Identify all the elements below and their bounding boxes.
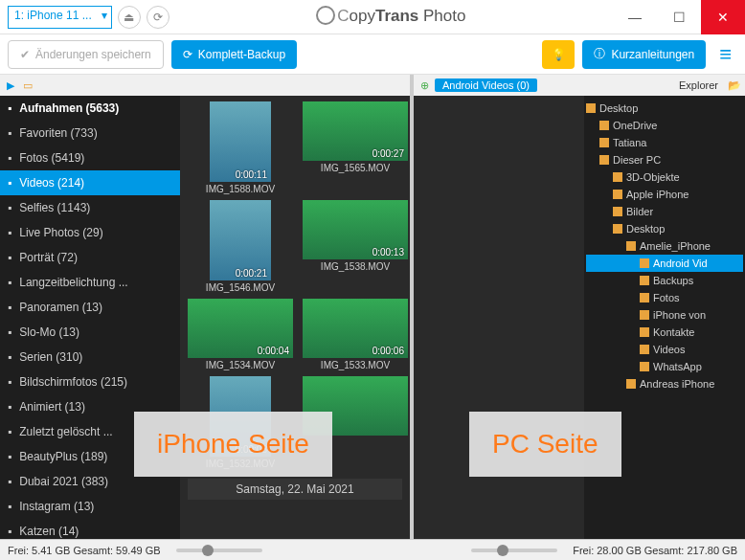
folder-icon bbox=[586, 103, 596, 113]
sidebar-item[interactable]: ▪BeautyPlus (189) bbox=[0, 444, 180, 469]
minimize-button[interactable]: — bbox=[613, 0, 657, 34]
right-tabstrip: ⊕ Android Videos (0) Explorer 📂 bbox=[414, 75, 745, 96]
backup-icon: ⟳ bbox=[183, 48, 192, 61]
tree-node[interactable]: iPhone von bbox=[586, 306, 743, 324]
tree-node[interactable]: OneDrive bbox=[586, 117, 743, 134]
tree-label: Amelie_iPhone bbox=[640, 240, 711, 252]
device-selector[interactable]: 1: iPhone 11 ... bbox=[8, 6, 112, 29]
tree-node[interactable]: Videos bbox=[586, 341, 743, 358]
sidebar-item[interactable]: ▪Katzen (14) bbox=[0, 519, 180, 539]
menu-button[interactable]: ≡ bbox=[713, 42, 737, 67]
tree-node[interactable]: Fotos bbox=[586, 289, 743, 306]
sidebar-item[interactable]: ▪Fotos (5419) bbox=[0, 146, 180, 170]
tree-node[interactable]: Kontakte bbox=[586, 324, 743, 341]
thumbnail-filename: IMG_1565.MOV bbox=[303, 163, 408, 173]
video-thumbnail[interactable]: 0:00:06IMG_1533.MOV bbox=[303, 299, 408, 370]
close-button[interactable]: ✕ bbox=[701, 0, 745, 34]
camera-icon: ▪ bbox=[8, 101, 11, 115]
video-thumbnail[interactable]: 0:00:08IMG_1532.MOV bbox=[188, 376, 293, 469]
sidebar-item[interactable]: ▪Slo-Mo (13) bbox=[0, 320, 180, 345]
explorer-tab[interactable]: Explorer bbox=[673, 79, 724, 91]
folder-icon: ▪ bbox=[8, 525, 11, 538]
add-icon[interactable]: ⊕ bbox=[418, 78, 431, 92]
guide-icon: ⓘ bbox=[594, 46, 605, 62]
video-thumbnail[interactable]: 0:00:11IMG_1588.MOV bbox=[188, 101, 293, 194]
tree-node[interactable]: Andreas iPhone bbox=[586, 375, 743, 392]
tip-button[interactable]: 💡 bbox=[542, 40, 575, 69]
folder-icon bbox=[626, 379, 636, 389]
pc-thumbnail-area bbox=[414, 96, 584, 539]
sidebar-item-label: Slo-Mo (13) bbox=[19, 325, 79, 339]
user-icon: ▪ bbox=[8, 251, 11, 264]
tree-node[interactable]: Amelie_iPhone bbox=[586, 237, 743, 255]
video-thumbnail[interactable]: 0:00:21IMG_1546.MOV bbox=[188, 200, 293, 293]
tree-node[interactable]: Android Vid bbox=[586, 255, 743, 272]
tree-node[interactable]: Dieser PC bbox=[586, 151, 743, 168]
sidebar-item[interactable]: ▪Instagram (13) bbox=[0, 494, 180, 519]
folder-icon bbox=[599, 155, 609, 165]
sidebar-item-label: Bildschirmfotos (215) bbox=[19, 375, 127, 389]
live-icon: ▪ bbox=[8, 226, 11, 239]
duration-label: 0:00:21 bbox=[236, 268, 267, 279]
folder-open-icon[interactable]: 📂 bbox=[728, 78, 741, 92]
sidebar-item-label: Dubai 2021 (383) bbox=[19, 475, 108, 488]
sidebar-item[interactable]: ▪Panoramen (13) bbox=[0, 295, 180, 320]
tree-node[interactable]: 3D-Objekte bbox=[586, 168, 743, 186]
android-videos-tab[interactable]: Android Videos (0) bbox=[435, 78, 537, 92]
backup-label: Komplett-Backup bbox=[198, 48, 285, 61]
sidebar-item[interactable]: ▪Porträt (72) bbox=[0, 245, 180, 270]
tree-node[interactable]: Apple iPhone bbox=[586, 186, 743, 203]
album-sidebar: ▪Aufnahmen (5633)▪Favoriten (733)▪Fotos … bbox=[0, 96, 180, 539]
sidebar-item[interactable]: ▪Animiert (13) bbox=[0, 394, 180, 419]
tree-node[interactable]: Desktop bbox=[586, 220, 743, 237]
video-thumbnail[interactable]: 0:00:04IMG_1534.MOV bbox=[188, 299, 293, 370]
save-label: Änderungen speichern bbox=[35, 48, 151, 61]
folder-icon bbox=[640, 293, 649, 302]
sidebar-item[interactable]: ▪Videos (214) bbox=[0, 170, 180, 195]
sidebar-item[interactable]: ▪Favoriten (733) bbox=[0, 121, 180, 146]
sidebar-item[interactable]: ▪Langzeitbelichtung ... bbox=[0, 270, 180, 295]
eject-icon[interactable]: ⏏ bbox=[118, 6, 141, 29]
statusbar: Frei: 5.41 GB Gesamt: 59.49 GB Frei: 28.… bbox=[0, 539, 745, 560]
tree-node[interactable]: Backups bbox=[586, 272, 743, 289]
folder-icon[interactable]: ▭ bbox=[21, 78, 34, 92]
zoom-slider-right[interactable] bbox=[471, 549, 557, 552]
tree-node[interactable]: WhatsApp bbox=[586, 358, 743, 375]
sidebar-item[interactable]: ▪Live Photos (29) bbox=[0, 220, 180, 245]
toolbar: ✔ Änderungen speichern ⟳ Komplett-Backup… bbox=[0, 34, 745, 75]
folder-icon bbox=[640, 327, 649, 337]
sidebar-item[interactable]: ▪Serien (310) bbox=[0, 345, 180, 370]
folder-icon bbox=[613, 172, 622, 182]
backup-button[interactable]: ⟳ Komplett-Backup bbox=[171, 40, 297, 69]
tree-label: Backups bbox=[653, 275, 693, 286]
titlebar: 1: iPhone 11 ... ⏏ ⟳ CopyTrans Photo — ☐… bbox=[0, 0, 745, 34]
tree-node[interactable]: Tatiana bbox=[586, 134, 743, 151]
play-icon[interactable]: ▶ bbox=[4, 78, 17, 92]
video-thumbnail[interactable]: 0:00:27IMG_1565.MOV bbox=[303, 101, 408, 194]
screen-icon: ▪ bbox=[8, 375, 11, 389]
video-icon: ▪ bbox=[8, 176, 11, 190]
tree-node[interactable]: Bilder bbox=[586, 203, 743, 220]
refresh-icon[interactable]: ⟳ bbox=[147, 6, 169, 29]
tree-label: Desktop bbox=[626, 223, 665, 235]
zoom-slider-left[interactable] bbox=[176, 549, 262, 552]
tree-label: 3D-Objekte bbox=[626, 171, 680, 183]
save-changes-button[interactable]: ✔ Änderungen speichern bbox=[8, 40, 164, 69]
tree-label: WhatsApp bbox=[653, 361, 702, 372]
date-separator: Samstag, 22. Mai 2021 bbox=[188, 479, 402, 500]
sidebar-item[interactable]: ▪Selfies (1143) bbox=[0, 195, 180, 220]
tree-label: Apple iPhone bbox=[626, 189, 689, 200]
sidebar-item[interactable]: ▪Bildschirmfotos (215) bbox=[0, 370, 180, 394]
sidebar-item-label: Langzeitbelichtung ... bbox=[19, 276, 127, 289]
selfie-icon: ▪ bbox=[8, 201, 11, 214]
maximize-button[interactable]: ☐ bbox=[657, 0, 701, 34]
sidebar-item[interactable]: ▪Dubai 2021 (383) bbox=[0, 469, 180, 494]
duration-label: 0:00:13 bbox=[372, 247, 404, 258]
video-thumbnail[interactable]: 0:00:13IMG_1538.MOV bbox=[303, 200, 408, 293]
guide-button[interactable]: ⓘ Kurzanleitungen bbox=[582, 40, 706, 69]
tree-node[interactable]: Desktop bbox=[586, 100, 743, 117]
folder-icon bbox=[640, 276, 649, 285]
sidebar-item[interactable]: ▪Aufnahmen (5633) bbox=[0, 96, 180, 121]
video-thumbnail[interactable] bbox=[303, 376, 408, 469]
sidebar-item[interactable]: ▪Zuletzt gelöscht ... bbox=[0, 419, 180, 444]
